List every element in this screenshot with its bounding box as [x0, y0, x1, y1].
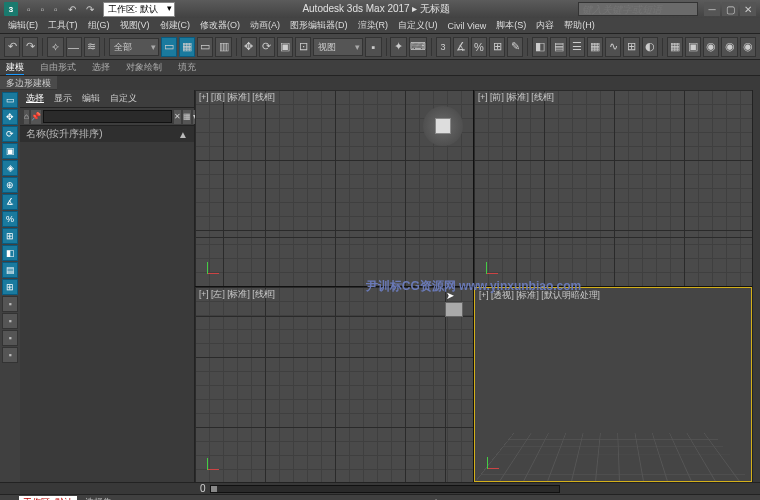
tool-move-icon[interactable]: ✥ [2, 109, 18, 125]
tool-array-icon[interactable]: ⊞ [2, 279, 18, 295]
tool-misc2-icon[interactable]: ▪ [2, 313, 18, 329]
viewcube-face-icon[interactable] [435, 118, 451, 134]
tool-rotate-icon[interactable]: ⟳ [2, 126, 18, 142]
ref-coord-dropdown[interactable]: 视图 [313, 38, 363, 56]
qat-new-icon[interactable]: ▫ [24, 4, 34, 15]
window-crossing-button[interactable]: ▥ [215, 37, 231, 57]
redo-button[interactable]: ↷ [22, 37, 38, 57]
menu-modifiers[interactable]: 修改器(O) [196, 19, 244, 32]
menu-group[interactable]: 组(G) [84, 19, 114, 32]
render-production-button[interactable]: ◉ [703, 37, 719, 57]
ribbon-tab-populate[interactable]: 填充 [178, 61, 196, 74]
viewport-left[interactable]: [+] [左] [标准] [线框] [195, 287, 473, 483]
workspace-status[interactable]: 工作区: 默认 [19, 496, 77, 500]
viewport-front-label[interactable]: [+] [前] [标准] [线框] [478, 92, 554, 104]
qat-open-icon[interactable]: ▫ [38, 4, 48, 15]
menu-edit[interactable]: 编辑(E) [4, 19, 42, 32]
tool-select-icon[interactable]: ▭ [2, 92, 18, 108]
scene-pin-icon[interactable]: 📌 [31, 110, 41, 124]
toggle-ribbon-button[interactable]: ▦ [587, 37, 603, 57]
ribbon-tab-objectpaint[interactable]: 对象绘制 [126, 61, 162, 74]
menu-view[interactable]: 视图(V) [116, 19, 154, 32]
edit-named-sel-button[interactable]: ✎ [507, 37, 523, 57]
minimize-icon[interactable]: ─ [704, 2, 720, 16]
tool-misc4-icon[interactable]: ▪ [2, 347, 18, 363]
sort-chevron-icon[interactable]: ▲ [178, 129, 188, 140]
scene-tab-edit[interactable]: 编辑 [82, 92, 100, 105]
menu-content[interactable]: 内容 [532, 19, 558, 32]
use-center-button[interactable]: ▪ [365, 37, 381, 57]
close-icon[interactable]: ✕ [740, 2, 756, 16]
spinner-snap-button[interactable]: ⊞ [489, 37, 505, 57]
app-icon[interactable]: 3 [4, 2, 18, 16]
select-name-button[interactable]: ▦ [179, 37, 195, 57]
placement-button[interactable]: ⊡ [295, 37, 311, 57]
viewcube[interactable] [423, 106, 463, 146]
qat-undo-icon[interactable]: ↶ [65, 4, 79, 15]
bind-button[interactable]: ≋ [84, 37, 100, 57]
help-search-input[interactable] [578, 2, 698, 16]
scene-tab-display[interactable]: 显示 [54, 92, 72, 105]
tool-align-icon[interactable]: ▤ [2, 262, 18, 278]
menu-customize[interactable]: 自定义(U) [394, 19, 442, 32]
scene-column-header[interactable]: 名称(按升序排序) ▲ [20, 126, 194, 142]
time-slider-handle[interactable] [211, 486, 217, 492]
scene-tab-select[interactable]: 选择 [26, 92, 44, 105]
unlink-button[interactable]: — [66, 37, 82, 57]
render-setup-button[interactable]: ▦ [667, 37, 683, 57]
mirror-button[interactable]: ◧ [532, 37, 548, 57]
menu-animation[interactable]: 动画(A) [246, 19, 284, 32]
ribbon-tab-freeform[interactable]: 自由形式 [40, 61, 76, 74]
tool-snap-icon[interactable]: ⊕ [2, 177, 18, 193]
ribbon-group-label[interactable]: 多边形建模 [0, 76, 57, 90]
link-button[interactable]: ⟡ [47, 37, 63, 57]
layer-button[interactable]: ☰ [569, 37, 585, 57]
tool-place-icon[interactable]: ◈ [2, 160, 18, 176]
ribbon-tab-selection[interactable]: 选择 [92, 61, 110, 74]
align-button[interactable]: ▤ [550, 37, 566, 57]
angle-snap-button[interactable]: ∡ [453, 37, 469, 57]
viewport-persp-label[interactable]: [+] [透视] [标准] [默认明暗处理] [479, 290, 600, 302]
menu-create[interactable]: 创建(C) [156, 19, 195, 32]
scale-button[interactable]: ▣ [277, 37, 293, 57]
snap-toggle-button[interactable]: 3 [436, 37, 451, 57]
viewport-left-label[interactable]: [+] [左] [标准] [线框] [199, 289, 275, 301]
scene-home-icon[interactable]: ⌂ [24, 110, 29, 124]
rendered-frame-button[interactable]: ▣ [685, 37, 701, 57]
menu-civilview[interactable]: Civil View [444, 21, 491, 31]
render-activeshade-button[interactable]: ◉ [740, 37, 756, 57]
move-button[interactable]: ✥ [241, 37, 257, 57]
scene-view-icon[interactable]: ▦ [183, 110, 191, 124]
tool-scale-icon[interactable]: ▣ [2, 143, 18, 159]
ribbon-tab-modeling[interactable]: 建模 [6, 61, 24, 75]
tool-spinner-icon[interactable]: ⊞ [2, 228, 18, 244]
schematic-button[interactable]: ⊞ [623, 37, 639, 57]
select-region-button[interactable]: ▭ [197, 37, 213, 57]
render-iterative-button[interactable]: ◉ [721, 37, 737, 57]
scene-tab-custom[interactable]: 自定义 [110, 92, 137, 105]
qat-save-icon[interactable]: ▫ [51, 4, 61, 15]
viewport-top[interactable]: [+] [顶] [标准] [线框] [195, 90, 473, 286]
command-panel-collapsed[interactable] [752, 90, 760, 482]
selection-filter-dropdown[interactable]: 全部 [109, 38, 159, 56]
scene-list[interactable] [20, 142, 194, 482]
menu-grapheditors[interactable]: 图形编辑器(D) [286, 19, 352, 32]
undo-button[interactable]: ↶ [4, 37, 20, 57]
select-object-button[interactable]: ▭ [161, 37, 177, 57]
manipulate-button[interactable]: ✦ [390, 37, 406, 57]
menu-rendering[interactable]: 渲染(R) [354, 19, 393, 32]
viewport-front[interactable]: [+] [前] [标准] [线框] [474, 90, 752, 286]
scene-cube-object[interactable] [445, 302, 463, 317]
menu-tools[interactable]: 工具(T) [44, 19, 82, 32]
time-slider[interactable] [210, 485, 560, 493]
rotate-button[interactable]: ⟳ [259, 37, 275, 57]
workspace-dropdown[interactable]: 工作区: 默认 [103, 2, 175, 17]
tool-misc1-icon[interactable]: ▪ [2, 296, 18, 312]
material-editor-button[interactable]: ◐ [642, 37, 658, 57]
tool-misc3-icon[interactable]: ▪ [2, 330, 18, 346]
maximize-icon[interactable]: ▢ [722, 2, 738, 16]
tool-mirror-icon[interactable]: ◧ [2, 245, 18, 261]
tool-percent-icon[interactable]: % [2, 211, 18, 227]
scene-clear-icon[interactable]: ✕ [174, 110, 181, 124]
viewport-perspective[interactable]: [+] [透视] [标准] [默认明暗处理] [474, 287, 752, 483]
